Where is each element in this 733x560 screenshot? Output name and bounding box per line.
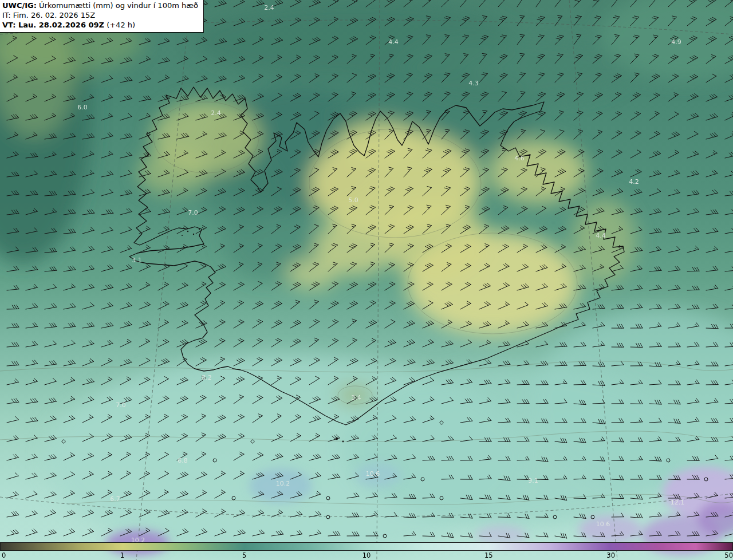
valid-offset: (+42 h) [104,21,135,29]
valid-time-line: VT: Lau. 28.02.2026 09Z (+42 h) [2,21,198,30]
value-label: 12.1 [671,499,685,506]
value-label: 7.0 [116,401,126,409]
colorbar-tick: 30 [606,551,615,559]
map-title-line: UWC/IG: Úrkomumætti (mm) og vindur í 100… [2,1,198,11]
product-id: UWC/IG: [2,1,37,10]
colorbar-ticks: 01510153050 [0,551,733,560]
value-label: 2.4 [211,109,221,117]
title-box: UWC/IG: Úrkomumætti (mm) og vindur í 100… [0,0,204,33]
value-label: 10.6 [366,470,380,478]
precipitation-wind-map: 2.44.44.94.36.02.44.64.25.07.04.43.18.23… [0,0,733,560]
colorbar-gradient [0,542,733,551]
colorbar-tick: 0 [2,551,6,559]
value-label: 4.6 [514,155,525,162]
value-label: 10.2 [276,480,290,487]
colorbar-tick: 15 [484,551,493,559]
value-label: 6.0 [77,104,88,111]
map-title: Úrkomumætti (mm) og vindur í 100m hæð [37,1,198,10]
weather-map-app: 2.44.44.94.36.02.44.64.25.07.04.43.18.23… [0,0,733,560]
value-label: 8.2 [202,374,212,381]
value-label: 4.2 [629,178,639,186]
value-label: 4.9 [671,38,681,46]
colorbar-tick: 1 [120,551,124,559]
value-label: 5.0 [348,196,358,204]
value-label: 3.4 [351,394,361,401]
colorbar: 01510153050 [0,542,733,560]
value-label: 4.4 [596,232,606,239]
colorbar-tick: 50 [724,551,733,559]
value-label: 6.7 [110,495,120,503]
value-label: 3.1 [132,257,142,264]
colorbar-tick: 10 [362,551,371,559]
value-label: 6.8 [178,457,188,464]
value-label: 10.6 [596,520,610,528]
init-time: IT: Fim. 26. 02. 2026 15Z [2,11,198,21]
value-label: 9.1 [528,477,538,484]
value-label: 7.0 [188,209,198,216]
value-label: 4.3 [468,80,479,87]
value-label: 2.4 [264,4,274,11]
valid-time: VT: Lau. 28.02.2026 09Z [2,21,104,29]
colorbar-tick: 5 [242,551,246,559]
value-label: 4.4 [388,38,399,46]
